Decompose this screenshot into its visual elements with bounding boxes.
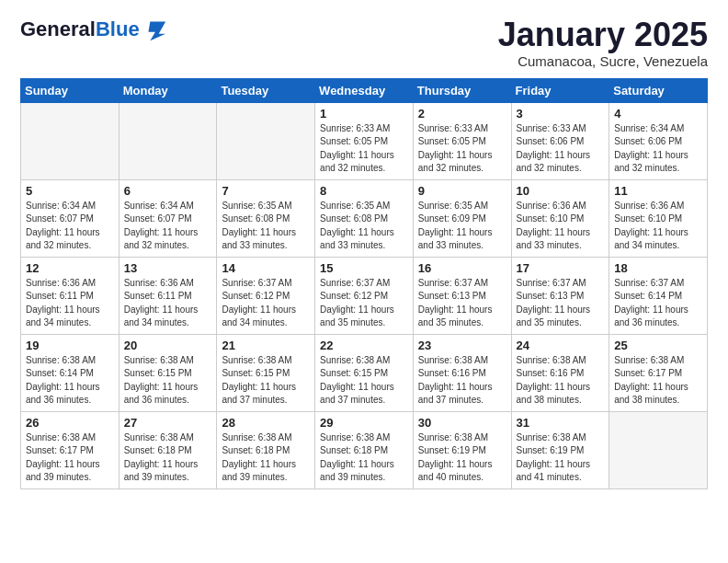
day-info: Sunrise: 6:37 AM Sunset: 6:13 PM Dayligh… [517,277,605,330]
calendar-cell [609,411,708,488]
day-number: 7 [222,184,310,198]
day-info: Sunrise: 6:33 AM Sunset: 6:06 PM Dayligh… [517,122,605,176]
calendar-cell: 26Sunrise: 6:38 AM Sunset: 6:17 PM Dayli… [21,411,119,488]
calendar-cell: 17Sunrise: 6:37 AM Sunset: 6:13 PM Dayli… [511,257,609,334]
calendar-cell: 2Sunrise: 6:33 AM Sunset: 6:05 PM Daylig… [413,102,511,179]
day-number: 8 [320,184,408,198]
day-number: 11 [614,184,702,198]
day-info: Sunrise: 6:33 AM Sunset: 6:05 PM Dayligh… [320,122,408,176]
week-row-3: 19Sunrise: 6:38 AM Sunset: 6:14 PM Dayli… [21,334,708,411]
day-number: 28 [222,416,310,430]
calendar-cell: 16Sunrise: 6:37 AM Sunset: 6:13 PM Dayli… [413,257,511,334]
day-info: Sunrise: 6:35 AM Sunset: 6:09 PM Dayligh… [418,200,506,253]
day-number: 30 [418,416,506,430]
weekday-monday: Monday [119,78,217,102]
day-number: 31 [517,416,605,430]
day-number: 4 [614,107,702,121]
page: GeneralBlue January 2025 Cumanacoa, Sucr… [0,0,728,563]
calendar-table: SundayMondayTuesdayWednesdayThursdayFrid… [20,78,708,489]
calendar-cell: 29Sunrise: 6:38 AM Sunset: 6:18 PM Dayli… [315,411,414,488]
calendar-cell: 6Sunrise: 6:34 AM Sunset: 6:07 PM Daylig… [119,179,217,257]
day-number: 19 [26,339,114,352]
calendar-cell: 4Sunrise: 6:34 AM Sunset: 6:06 PM Daylig… [609,102,708,179]
day-info: Sunrise: 6:37 AM Sunset: 6:13 PM Dayligh… [418,277,506,330]
day-info: Sunrise: 6:38 AM Sunset: 6:15 PM Dayligh… [124,354,212,408]
calendar-cell: 22Sunrise: 6:38 AM Sunset: 6:15 PM Dayli… [315,334,414,411]
day-info: Sunrise: 6:36 AM Sunset: 6:10 PM Dayligh… [614,200,702,253]
day-number: 5 [26,184,114,198]
logo-general: GeneralBlue [20,19,140,40]
day-number: 24 [517,339,605,352]
day-number: 25 [614,339,702,352]
day-info: Sunrise: 6:36 AM Sunset: 6:10 PM Dayligh… [517,200,605,253]
logo-icon [142,17,167,42]
day-info: Sunrise: 6:35 AM Sunset: 6:08 PM Dayligh… [320,200,408,253]
day-number: 27 [124,416,212,430]
day-number: 12 [26,261,114,275]
calendar-cell: 23Sunrise: 6:38 AM Sunset: 6:16 PM Dayli… [413,334,511,411]
calendar-cell: 10Sunrise: 6:36 AM Sunset: 6:10 PM Dayli… [511,179,609,257]
day-info: Sunrise: 6:38 AM Sunset: 6:16 PM Dayligh… [418,354,506,408]
week-row-4: 26Sunrise: 6:38 AM Sunset: 6:17 PM Dayli… [21,411,708,488]
calendar-cell: 14Sunrise: 6:37 AM Sunset: 6:12 PM Dayli… [217,257,315,334]
day-number: 1 [320,107,408,121]
day-info: Sunrise: 6:34 AM Sunset: 6:07 PM Dayligh… [26,200,114,253]
calendar-cell: 31Sunrise: 6:38 AM Sunset: 6:19 PM Dayli… [511,411,609,488]
day-info: Sunrise: 6:34 AM Sunset: 6:06 PM Dayligh… [614,122,702,176]
weekday-tuesday: Tuesday [217,78,315,102]
day-number: 20 [124,339,212,352]
calendar-body: 1Sunrise: 6:33 AM Sunset: 6:05 PM Daylig… [21,102,708,488]
calendar-cell [119,102,217,179]
day-number: 2 [418,107,506,121]
logo: GeneralBlue [20,17,167,42]
day-number: 9 [418,184,506,198]
day-number: 13 [124,261,212,275]
calendar-cell: 25Sunrise: 6:38 AM Sunset: 6:17 PM Dayli… [609,334,708,411]
calendar-cell: 11Sunrise: 6:36 AM Sunset: 6:10 PM Dayli… [609,179,708,257]
day-info: Sunrise: 6:38 AM Sunset: 6:16 PM Dayligh… [517,354,605,408]
calendar-cell: 5Sunrise: 6:34 AM Sunset: 6:07 PM Daylig… [21,179,119,257]
day-number: 10 [517,184,605,198]
svg-marker-0 [148,22,165,41]
day-number: 16 [418,261,506,275]
calendar-cell: 7Sunrise: 6:35 AM Sunset: 6:08 PM Daylig… [217,179,315,257]
calendar-cell: 30Sunrise: 6:38 AM Sunset: 6:19 PM Dayli… [413,411,511,488]
day-number: 26 [26,416,114,430]
day-number: 18 [614,261,702,275]
day-number: 23 [418,339,506,352]
day-info: Sunrise: 6:38 AM Sunset: 6:14 PM Dayligh… [26,354,114,408]
calendar-cell: 24Sunrise: 6:38 AM Sunset: 6:16 PM Dayli… [511,334,609,411]
week-row-1: 5Sunrise: 6:34 AM Sunset: 6:07 PM Daylig… [21,179,708,257]
week-row-0: 1Sunrise: 6:33 AM Sunset: 6:05 PM Daylig… [21,102,708,179]
day-info: Sunrise: 6:36 AM Sunset: 6:11 PM Dayligh… [124,277,212,330]
day-info: Sunrise: 6:38 AM Sunset: 6:18 PM Dayligh… [222,431,310,485]
day-info: Sunrise: 6:38 AM Sunset: 6:17 PM Dayligh… [26,431,114,485]
calendar-cell: 21Sunrise: 6:38 AM Sunset: 6:15 PM Dayli… [217,334,315,411]
calendar-cell: 1Sunrise: 6:33 AM Sunset: 6:05 PM Daylig… [315,102,414,179]
month-title: January 2025 [498,17,708,53]
calendar-cell: 19Sunrise: 6:38 AM Sunset: 6:14 PM Dayli… [21,334,119,411]
day-number: 17 [517,261,605,275]
day-info: Sunrise: 6:38 AM Sunset: 6:15 PM Dayligh… [222,354,310,408]
day-info: Sunrise: 6:37 AM Sunset: 6:12 PM Dayligh… [222,277,310,330]
week-row-2: 12Sunrise: 6:36 AM Sunset: 6:11 PM Dayli… [21,257,708,334]
calendar-cell: 9Sunrise: 6:35 AM Sunset: 6:09 PM Daylig… [413,179,511,257]
weekday-friday: Friday [511,78,609,102]
calendar-cell: 27Sunrise: 6:38 AM Sunset: 6:18 PM Dayli… [119,411,217,488]
calendar-cell: 12Sunrise: 6:36 AM Sunset: 6:11 PM Dayli… [21,257,119,334]
day-info: Sunrise: 6:38 AM Sunset: 6:19 PM Dayligh… [418,431,506,485]
header: GeneralBlue January 2025 Cumanacoa, Sucr… [20,17,708,69]
day-info: Sunrise: 6:36 AM Sunset: 6:11 PM Dayligh… [26,277,114,330]
day-number: 14 [222,261,310,275]
day-number: 22 [320,339,408,352]
day-info: Sunrise: 6:38 AM Sunset: 6:19 PM Dayligh… [517,431,605,485]
day-number: 15 [320,261,408,275]
calendar-cell: 18Sunrise: 6:37 AM Sunset: 6:14 PM Dayli… [609,257,708,334]
day-info: Sunrise: 6:37 AM Sunset: 6:14 PM Dayligh… [614,277,702,330]
weekday-wednesday: Wednesday [315,78,414,102]
location-subtitle: Cumanacoa, Sucre, Venezuela [498,53,708,69]
day-number: 6 [124,184,212,198]
day-info: Sunrise: 6:38 AM Sunset: 6:18 PM Dayligh… [124,431,212,485]
calendar-cell [21,102,119,179]
calendar-cell: 28Sunrise: 6:38 AM Sunset: 6:18 PM Dayli… [217,411,315,488]
